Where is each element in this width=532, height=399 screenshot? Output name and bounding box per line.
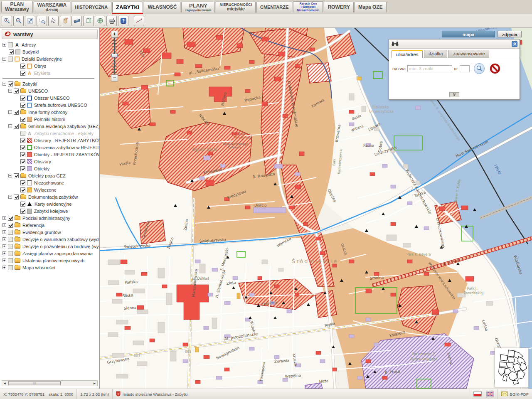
layer-row-zabytki[interactable]: −Zabytki bbox=[0, 80, 99, 87]
polish-flag-icon[interactable] bbox=[473, 392, 482, 397]
layer-checkbox[interactable] bbox=[8, 216, 13, 221]
layer-checkbox[interactable] bbox=[20, 103, 25, 108]
tab-dzialka[interactable]: działka bbox=[424, 50, 447, 58]
collapse-icon[interactable]: − bbox=[8, 124, 12, 128]
expand-icon[interactable]: + bbox=[2, 230, 6, 234]
layer-checkbox[interactable] bbox=[14, 89, 19, 94]
expand-icon[interactable]: + bbox=[2, 223, 6, 227]
layer-checkbox[interactable] bbox=[20, 180, 25, 185]
print-button[interactable] bbox=[106, 16, 117, 26]
clear-search-button[interactable] bbox=[490, 63, 500, 74]
layer-row-obiekty-rejestr-zabytków[interactable]: Obiekty - REJESTR ZABYTKÓW bbox=[0, 151, 99, 158]
layer-row-decyzje-o-pozwoleniu-na-budowę-wydane[interactable]: +Decyzje o pozwoleniu na budowę (wydane) bbox=[0, 243, 99, 250]
layer-checkbox[interactable] bbox=[20, 159, 25, 164]
layer-checkbox[interactable] bbox=[20, 187, 25, 192]
collapse-icon[interactable]: − bbox=[8, 195, 12, 199]
layer-row-wyłączone[interactable]: Wyłączone bbox=[0, 186, 99, 193]
zoom-slider[interactable]: + − bbox=[111, 30, 118, 81]
tab-wlasnosc[interactable]: WŁASNOŚĆ bbox=[144, 2, 180, 12]
layer-checkbox[interactable] bbox=[14, 110, 19, 115]
tab-zabytki[interactable]: ZABYTKI bbox=[112, 2, 143, 12]
tab-cmentarze[interactable]: CMENTARZE bbox=[256, 2, 292, 12]
zoom-in-button[interactable]: + bbox=[111, 31, 118, 38]
layer-row-obiekty-poza-gez[interactable]: −Obiekty poza GEZ bbox=[0, 172, 99, 179]
layer-checkbox[interactable] bbox=[20, 166, 25, 171]
envelope-icon[interactable] bbox=[501, 392, 508, 397]
layer-row-inne-formy-ochrony[interactable]: −Inne formy ochrony bbox=[0, 108, 99, 116]
layer-row-działki-ewidencyjne[interactable]: −Działki Ewidencyjne bbox=[0, 55, 99, 62]
layer-row-zasięgi-planów-zagospodarowania[interactable]: +Zasięgi planów zagospodarowania bbox=[0, 250, 99, 257]
layer-row-obszar-unesco[interactable]: Obszar UNESCO bbox=[0, 94, 99, 101]
layer-checkbox[interactable] bbox=[8, 237, 13, 242]
layer-row-obrys[interactable]: Obrys bbox=[0, 62, 99, 69]
panel-collapse-button[interactable] bbox=[512, 41, 517, 47]
layer-row-strefa-buforowa-unesco[interactable]: Strefa buforowa UNESCO bbox=[0, 101, 99, 108]
layer-row-decyzje-o-warunkach-zabudowy-wydane[interactable]: +Decyzje o warunkach zabudowy (wydane) bbox=[0, 236, 99, 243]
zoom-out-button[interactable]: − bbox=[111, 74, 118, 81]
collapse-icon[interactable]: − bbox=[2, 82, 6, 86]
expand-icon[interactable]: + bbox=[2, 266, 6, 269]
collapse-icon[interactable]: − bbox=[2, 57, 6, 61]
search-button[interactable] bbox=[474, 63, 485, 74]
street-name-input[interactable] bbox=[407, 65, 452, 72]
warsaw-districts-minimap[interactable] bbox=[495, 348, 529, 387]
layer-checkbox[interactable] bbox=[14, 195, 19, 200]
tab-rowery[interactable]: ROWERY bbox=[324, 2, 354, 12]
tab-mapa-oze[interactable]: Mapa OZE bbox=[355, 2, 387, 12]
expand-icon[interactable]: + bbox=[2, 43, 6, 47]
layer-checkbox[interactable] bbox=[14, 124, 19, 129]
layer-row-otoczenia-zabytków-w-rejestrze-z[interactable]: Otoczenia zabytków w REJESTRZE Z bbox=[0, 144, 99, 151]
expand-icon[interactable]: + bbox=[2, 259, 6, 262]
layer-checkbox[interactable] bbox=[20, 145, 25, 150]
geoportal-globe-button[interactable] bbox=[95, 16, 105, 26]
photos-view-button[interactable]: zdjęcia bbox=[498, 31, 522, 37]
layer-row-budynki[interactable]: Budynki bbox=[0, 48, 99, 55]
zoom-out-button[interactable] bbox=[13, 16, 24, 26]
layer-row-unesco[interactable]: −UNESCO bbox=[0, 87, 99, 94]
tab-plany-zagospodarowania[interactable]: PLANYzagospodarowania bbox=[181, 2, 215, 12]
layer-row-obszary-rejestr-zabytków[interactable]: Obszary - REJESTR ZABYTKÓW bbox=[0, 137, 99, 144]
layer-checkbox[interactable] bbox=[14, 173, 19, 178]
layer-row-etykieta[interactable]: AEtykieta bbox=[0, 69, 99, 76]
layer-row-obszary[interactable]: Obszary bbox=[0, 158, 99, 165]
expand-icon[interactable]: + bbox=[2, 237, 6, 241]
layer-checkbox[interactable] bbox=[20, 96, 25, 101]
expand-icon[interactable]: + bbox=[2, 244, 6, 248]
scrollbar-right-arrow[interactable]: ► bbox=[92, 382, 97, 385]
layer-checkbox[interactable] bbox=[8, 57, 13, 62]
expand-icon[interactable]: + bbox=[2, 251, 6, 255]
layer-row-podział-administracyjny[interactable]: +Podział administracyjny bbox=[0, 214, 99, 222]
layer-checkbox[interactable] bbox=[8, 81, 13, 86]
layer-row-zabytki-kolejowe[interactable]: Zabytki kolejowe bbox=[0, 207, 99, 214]
layer-row-ewidencja-gruntów[interactable]: +Ewidencja gruntów bbox=[0, 229, 99, 236]
layer-checkbox[interactable] bbox=[20, 117, 25, 122]
layer-checkbox[interactable] bbox=[8, 265, 13, 270]
collapse-icon[interactable]: − bbox=[8, 89, 12, 93]
layer-checkbox[interactable] bbox=[9, 49, 14, 54]
zoom-slider-track[interactable] bbox=[114, 38, 115, 74]
tab-historyczna[interactable]: HISTORYCZNA bbox=[71, 2, 111, 12]
layer-row-niezachowane[interactable]: Niezachowane bbox=[0, 179, 99, 186]
layer-row-karty-ewidencyjne[interactable]: Karty ewidencyjne bbox=[0, 200, 99, 207]
layer-checkbox[interactable] bbox=[8, 258, 13, 263]
layer-checkbox[interactable] bbox=[20, 202, 25, 207]
zoom-slider-handle[interactable] bbox=[111, 54, 118, 57]
tab-rejestr-cen-i-wartosci[interactable]: Rejestr Ceni WartościNieruchomości bbox=[293, 1, 323, 12]
map-view-button[interactable]: mapa bbox=[442, 31, 495, 37]
layer-row-referencja[interactable]: +Referencja bbox=[0, 222, 99, 229]
sidebar-horizontal-scrollbar[interactable]: ◄ ||| ► bbox=[2, 380, 98, 386]
layer-checkbox[interactable] bbox=[20, 71, 25, 76]
full-extent-button[interactable] bbox=[25, 16, 35, 26]
map-viewport[interactable]: al. „Solidarności”OrlaMarszałkowskaŚwięt… bbox=[100, 28, 532, 389]
tab-nieruchomosci-miejskie[interactable]: NIERUCHOMOŚCImiejskie bbox=[216, 2, 256, 12]
scrollbar-thumb[interactable]: ||| bbox=[8, 381, 61, 385]
english-flag-icon[interactable] bbox=[486, 392, 494, 397]
collapse-icon[interactable]: − bbox=[8, 110, 12, 114]
layer-row-mapa-własności[interactable]: +Mapa własności bbox=[0, 264, 99, 271]
layer-checkbox[interactable] bbox=[20, 152, 25, 157]
layer-row-ustalenia-planów-miejscowych[interactable]: +Ustalenia planów miejscowych bbox=[0, 257, 99, 264]
layer-checkbox[interactable] bbox=[8, 251, 13, 256]
layer-checkbox[interactable] bbox=[8, 230, 13, 235]
layer-row-dokumentacja-zabytków[interactable]: −Dokumentacja zabytków bbox=[0, 193, 99, 200]
layer-row-adresy[interactable]: +AAdresy bbox=[0, 41, 99, 48]
